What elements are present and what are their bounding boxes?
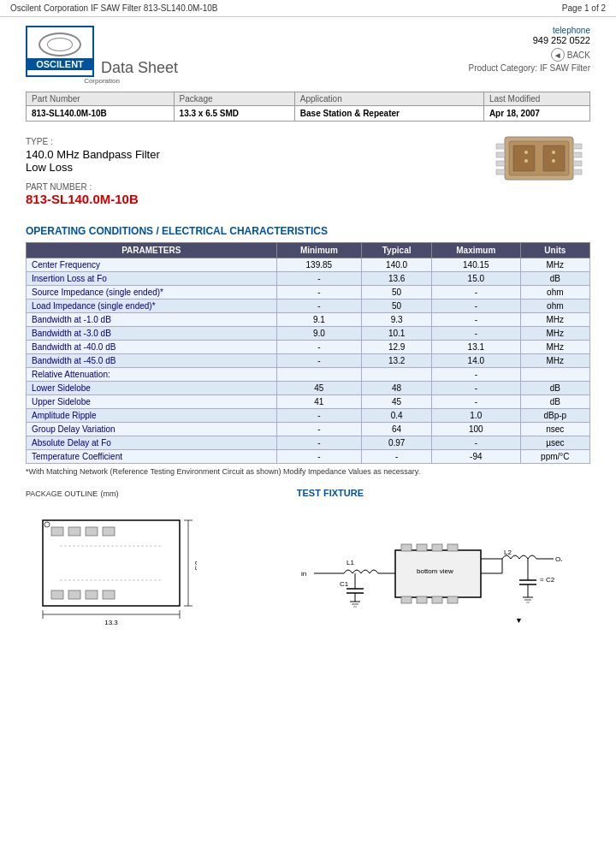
- table-cell: Upper Sidelobe: [27, 395, 277, 409]
- svg-point-14: [552, 151, 555, 154]
- svg-rect-8: [573, 161, 582, 166]
- table-row: Bandwidth at -3.0 dB9.010.1-MHz: [27, 327, 590, 341]
- part-number-label: PART NUMBER :: [26, 182, 160, 192]
- table-row: Relative Attenuation:-: [27, 368, 590, 382]
- table-cell: 41: [276, 395, 362, 409]
- package-outline-title: PACKAGE OUTLINE (mm): [26, 488, 280, 498]
- product-image: [488, 128, 590, 188]
- svg-rect-50: [401, 544, 412, 551]
- back-arrow-icon: ◄: [551, 48, 565, 62]
- type-line2: Low Loss: [26, 161, 160, 174]
- table-row: Bandwidth at -45.0 dB-13.214.0MHz: [27, 354, 590, 368]
- svg-rect-52: [432, 544, 442, 551]
- svg-rect-30: [68, 590, 80, 599]
- svg-text:6.5: 6.5: [193, 561, 197, 571]
- table-cell: -: [276, 341, 362, 354]
- table-cell: dB: [520, 395, 589, 409]
- table-cell: -: [432, 382, 521, 395]
- svg-rect-26: [68, 527, 80, 536]
- table-cell: -: [276, 450, 362, 464]
- table-cell: 9.3: [362, 313, 432, 327]
- table-cell: Absolute Delay at Fo: [27, 436, 277, 450]
- table-cell: -94: [432, 450, 521, 464]
- table-cell: [362, 368, 432, 382]
- val-application: Base Station & Repeater: [294, 106, 483, 122]
- svg-rect-11: [543, 145, 565, 171]
- svg-rect-25: [51, 527, 63, 536]
- table-cell: MHz: [520, 258, 589, 272]
- table-cell: 140.0: [362, 258, 432, 272]
- svg-text:L2: L2: [504, 549, 512, 556]
- page-number: Page 1 of 2: [562, 3, 606, 13]
- table-row: Group Delay Variation-64100nsec: [27, 423, 590, 436]
- table-cell: 45: [276, 382, 362, 395]
- table-cell: 10.1: [362, 327, 432, 341]
- table-cell: 13.2: [362, 354, 432, 368]
- corporation-label: Corporation: [26, 77, 178, 85]
- parameters-table: PARAMETERS Minimum Typical Maximum Units…: [26, 242, 590, 464]
- table-cell: 48: [362, 382, 432, 395]
- table-cell: ppm/°C: [520, 450, 589, 464]
- val-last-modified: Apr 18, 2007: [483, 106, 589, 122]
- table-cell: ohm: [520, 286, 589, 300]
- svg-point-13: [524, 159, 528, 163]
- table-row: Amplitude Ripple-0.41.0dBp-p: [27, 409, 590, 423]
- svg-rect-10: [513, 145, 535, 171]
- table-cell: -: [276, 286, 362, 300]
- svg-rect-5: [496, 169, 505, 175]
- table-cell: -: [432, 286, 521, 300]
- svg-rect-3: [496, 152, 505, 157]
- svg-point-12: [524, 151, 528, 154]
- table-cell: -: [432, 313, 521, 327]
- type-section: TYPE : 140.0 MHz Bandpass Filter Low Los…: [26, 137, 160, 174]
- phone-number: 949 252 0522: [469, 35, 590, 45]
- table-cell: MHz: [520, 313, 589, 327]
- info-table: Part Number Package Application Last Mod…: [26, 92, 590, 122]
- svg-rect-31: [86, 590, 98, 599]
- table-cell: 13.1: [432, 341, 521, 354]
- test-fixture-section: TEST FIXTURE in L1 C1: [297, 488, 590, 642]
- data-sheet-label: Data Sheet: [101, 59, 178, 77]
- table-cell: 45: [362, 395, 432, 409]
- svg-rect-32: [103, 590, 115, 599]
- table-row: Absolute Delay at Fo-0.97-µsec: [27, 436, 590, 450]
- table-cell: 14.0: [432, 354, 521, 368]
- svg-text:13.3: 13.3: [104, 619, 118, 626]
- table-cell: [276, 368, 362, 382]
- table-cell: -: [432, 368, 521, 382]
- back-button[interactable]: ◄ BACK: [469, 48, 590, 62]
- svg-text:C1: C1: [340, 580, 349, 588]
- svg-text:= C2: = C2: [540, 576, 555, 584]
- table-cell: 9.0: [276, 327, 362, 341]
- table-row: Source Impedance (single ended)*-50-ohm: [27, 286, 590, 300]
- table-row: Bandwidth at -1.0 dB9.19.3-MHz: [27, 313, 590, 327]
- svg-rect-28: [103, 527, 115, 536]
- logo: OSCILENT: [26, 26, 94, 77]
- product-category: Product Category: IF SAW Filter: [469, 63, 590, 73]
- svg-rect-4: [496, 161, 505, 166]
- table-cell: Bandwidth at -1.0 dB: [27, 313, 277, 327]
- table-cell: nsec: [520, 423, 589, 436]
- col-parameters: PARAMETERS: [27, 243, 277, 258]
- svg-text:OJ:: OJ:: [555, 555, 562, 563]
- table-cell: -: [362, 450, 432, 464]
- type-label: TYPE :: [26, 137, 160, 146]
- table-cell: -: [276, 354, 362, 368]
- package-outline-diagram: 13.3 6.5: [26, 503, 197, 640]
- test-fixture-diagram: in L1 C1 bottom view: [297, 503, 562, 640]
- part-number-section: PART NUMBER : 813-SL140.0M-10B: [26, 182, 160, 206]
- svg-rect-29: [51, 590, 63, 599]
- svg-rect-9: [573, 169, 582, 175]
- test-fixture-title: TEST FIXTURE: [297, 488, 590, 498]
- table-cell: ohm: [520, 300, 589, 313]
- table-cell: 139.85: [276, 258, 362, 272]
- telephone-label: telephone: [553, 26, 590, 35]
- table-cell: 50: [362, 300, 432, 313]
- table-cell: Lower Sidelobe: [27, 382, 277, 395]
- part-number-value: 813-SL140.0M-10B: [26, 192, 160, 206]
- table-row: Load Impedance (single ended)*-50-ohm: [27, 300, 590, 313]
- svg-point-15: [552, 159, 555, 163]
- svg-rect-57: [447, 596, 458, 603]
- table-cell: Relative Attenuation:: [27, 368, 277, 382]
- table-cell: -: [276, 300, 362, 313]
